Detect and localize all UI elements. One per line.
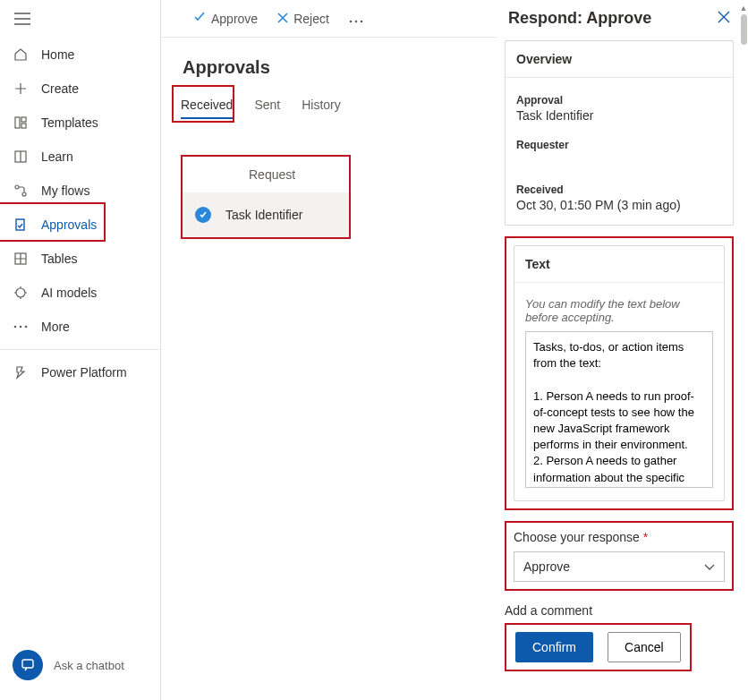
- sidebar-item-tables[interactable]: Tables: [0, 242, 160, 276]
- nav-label: My flows: [41, 184, 89, 198]
- overview-card: Overview Approval Task Identifier Reques…: [505, 40, 734, 226]
- tab-received[interactable]: Received: [181, 98, 233, 119]
- nav-label: Home: [41, 47, 74, 62]
- sidebar-item-myflows[interactable]: My flows: [0, 174, 160, 208]
- approve-button[interactable]: Approve: [193, 11, 258, 26]
- close-button[interactable]: [718, 11, 730, 27]
- chatbot-launcher[interactable]: Ask a chatbot: [0, 636, 160, 700]
- nav-list: Home Create Templates Learn My flows: [0, 38, 160, 636]
- scroll-thumb[interactable]: [741, 14, 747, 45]
- response-selected: Approve: [523, 559, 570, 574]
- request-column-header: Request: [183, 157, 349, 192]
- overview-heading: Overview: [506, 41, 733, 78]
- sidebar: Home Create Templates Learn My flows: [0, 0, 161, 700]
- svg-point-5: [22, 192, 26, 196]
- requester-value: [516, 153, 722, 167]
- cancel-button[interactable]: Cancel: [608, 632, 681, 662]
- svg-point-8: [16, 288, 25, 297]
- svg-rect-6: [16, 219, 24, 230]
- svg-point-13: [350, 20, 352, 21]
- nav-label: Learn: [41, 149, 73, 164]
- approval-value: Task Identifier: [516, 108, 722, 123]
- check-icon: [193, 11, 206, 26]
- svg-rect-1: [21, 117, 26, 122]
- received-value: Oct 30, 01:50 PM (3 min ago): [516, 198, 722, 212]
- x-icon: [277, 12, 288, 26]
- nav-label: Power Platform: [41, 365, 127, 380]
- plus-icon: [13, 81, 29, 97]
- text-textarea[interactable]: [526, 332, 712, 484]
- approve-label: Approve: [211, 12, 258, 26]
- nav-label: Templates: [41, 115, 98, 130]
- chatbot-label: Ask a chatbot: [54, 659, 124, 672]
- grid-icon: [13, 251, 29, 267]
- sidebar-item-templates[interactable]: Templates: [0, 106, 160, 140]
- sidebar-item-approvals[interactable]: Approvals: [0, 208, 160, 242]
- sidebar-item-home[interactable]: Home: [0, 38, 160, 72]
- sidebar-item-more[interactable]: More: [0, 310, 160, 344]
- request-title: Task Identifier: [225, 208, 302, 222]
- side-panel: Respond: Approve Overview Approval Task …: [497, 0, 748, 700]
- approvals-icon: [13, 217, 29, 233]
- hamburger-button[interactable]: [0, 0, 160, 38]
- panel-title: Respond: Approve: [508, 9, 651, 28]
- more-button[interactable]: [349, 12, 363, 26]
- svg-point-9: [14, 326, 17, 329]
- panel-scrollbar[interactable]: ▲: [739, 0, 748, 700]
- separator: [0, 349, 160, 350]
- response-label: Choose your response *: [514, 530, 725, 544]
- sidebar-item-learn[interactable]: Learn: [0, 140, 160, 174]
- chatbot-icon: [13, 650, 43, 680]
- response-section-highlight: Choose your response * Approve: [505, 521, 734, 591]
- svg-point-15: [361, 20, 362, 21]
- book-icon: [13, 149, 29, 165]
- power-icon: [13, 364, 29, 380]
- confirm-button[interactable]: Confirm: [515, 632, 593, 662]
- request-table: Request Task Identifier: [181, 155, 351, 239]
- text-hint: You can modify the text below before acc…: [525, 297, 713, 324]
- approval-label: Approval: [516, 94, 722, 107]
- nav-label: Approvals: [41, 218, 97, 232]
- text-heading: Text: [514, 246, 724, 283]
- requester-label: Requester: [516, 139, 722, 151]
- tab-sent[interactable]: Sent: [254, 98, 280, 119]
- svg-point-11: [25, 326, 28, 329]
- sidebar-item-powerplatform[interactable]: Power Platform: [0, 355, 160, 389]
- nav-label: More: [41, 320, 70, 334]
- chevron-down-icon: [704, 559, 715, 574]
- home-icon: [13, 47, 29, 63]
- sidebar-item-create[interactable]: Create: [0, 72, 160, 106]
- check-circle-icon: [195, 207, 211, 223]
- svg-point-4: [15, 185, 19, 189]
- nav-label: AI models: [41, 286, 97, 300]
- svg-point-14: [355, 20, 357, 21]
- request-row[interactable]: Task Identifier: [183, 192, 349, 237]
- comment-label: Add a comment: [505, 603, 734, 618]
- flow-icon: [13, 183, 29, 199]
- nav-label: Tables: [41, 252, 77, 266]
- actions-highlight: Confirm Cancel: [505, 623, 692, 671]
- svg-point-10: [20, 326, 22, 329]
- response-select[interactable]: Approve: [514, 551, 725, 582]
- templates-icon: [13, 115, 29, 131]
- reject-label: Reject: [293, 12, 329, 26]
- tab-history[interactable]: History: [302, 98, 341, 119]
- received-label: Received: [516, 184, 722, 196]
- scroll-up-icon: ▲: [740, 4, 748, 13]
- nav-label: Create: [41, 81, 79, 96]
- svg-rect-12: [22, 660, 33, 668]
- ellipsis-icon: [13, 319, 29, 335]
- ellipsis-icon: [349, 12, 363, 26]
- svg-rect-2: [21, 124, 26, 128]
- svg-rect-0: [15, 117, 20, 128]
- sidebar-item-aimodels[interactable]: AI models: [0, 276, 160, 310]
- reject-button[interactable]: Reject: [277, 12, 329, 26]
- text-section-highlight: Text You can modify the text below befor…: [505, 236, 734, 510]
- text-card: Text You can modify the text below befor…: [514, 245, 725, 501]
- ai-icon: [13, 285, 29, 301]
